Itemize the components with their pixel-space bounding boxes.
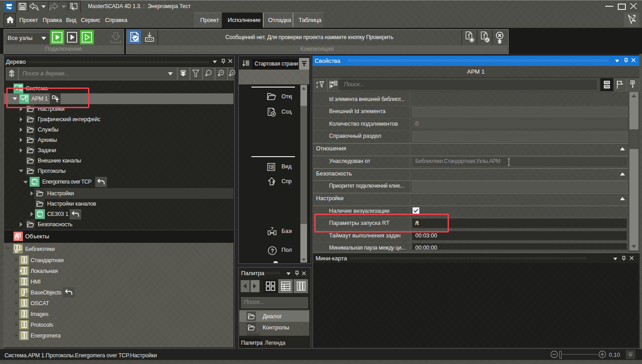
svg-text:2: 2 [26,294,28,298]
svg-text:?: ? [633,14,636,20]
svg-text:?: ? [271,248,274,254]
svg-text:?: ? [271,227,273,231]
svg-text:2: 2 [41,215,43,218]
svg-text:?: ? [272,180,275,186]
svg-text:A: A [316,81,318,85]
svg-text:2: 2 [36,182,38,185]
svg-text:?: ? [270,165,273,170]
svg-text:Z: Z [316,85,318,88]
